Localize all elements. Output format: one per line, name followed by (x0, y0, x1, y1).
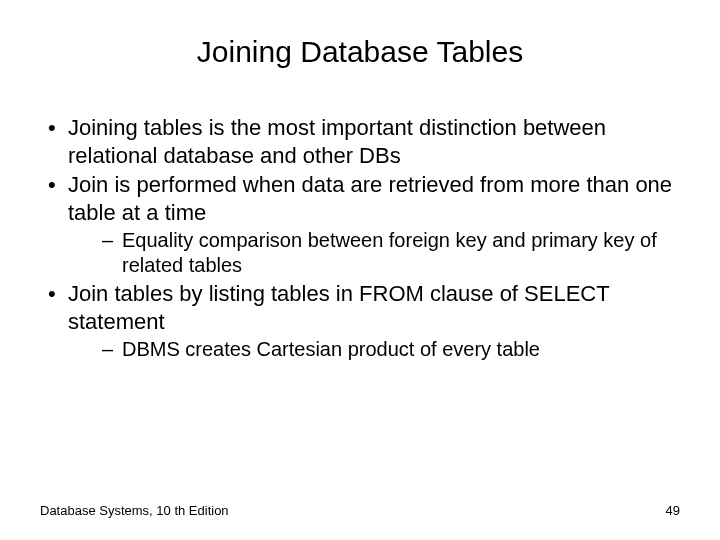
footer-page-number: 49 (666, 503, 680, 518)
sub-text: Equality comparison between foreign key … (122, 229, 657, 276)
slide-content: Joining tables is the most important dis… (40, 114, 680, 362)
bullet-item: Join tables by listing tables in FROM cl… (40, 280, 680, 362)
bullet-text: Join is performed when data are retrieve… (68, 172, 672, 225)
slide-title: Joining Database Tables (40, 35, 680, 69)
bullet-text: Join tables by listing tables in FROM cl… (68, 281, 609, 334)
slide-footer: Database Systems, 10 th Edition 49 (40, 503, 680, 518)
bullet-item: Joining tables is the most important dis… (40, 114, 680, 169)
sub-item: DBMS creates Cartesian product of every … (68, 337, 680, 362)
sub-item: Equality comparison between foreign key … (68, 228, 680, 278)
footer-left: Database Systems, 10 th Edition (40, 503, 229, 518)
sub-list: Equality comparison between foreign key … (68, 228, 680, 278)
bullet-list: Joining tables is the most important dis… (40, 114, 680, 362)
bullet-item: Join is performed when data are retrieve… (40, 171, 680, 278)
sub-list: DBMS creates Cartesian product of every … (68, 337, 680, 362)
sub-text: DBMS creates Cartesian product of every … (122, 338, 540, 360)
bullet-text: Joining tables is the most important dis… (68, 115, 606, 168)
